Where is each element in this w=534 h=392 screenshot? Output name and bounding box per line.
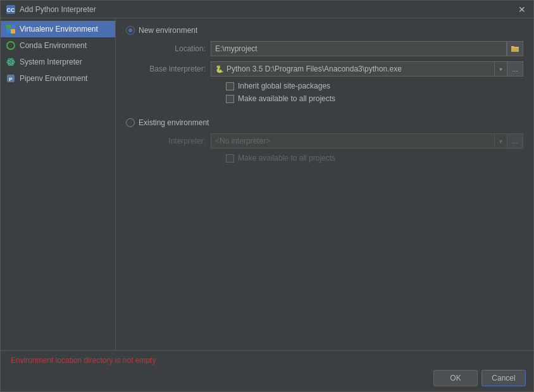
interpreter-dropdown[interactable]: <No interpreter> [211, 133, 494, 149]
new-environment-section: New environment Location: [126, 26, 523, 108]
interpreter-row: Interpreter: <No interpreter> ▾ ... [141, 133, 523, 149]
base-interpreter-wrap: 🐍 Python 3.5 D:\Program Files\Anaconda3\… [211, 61, 523, 77]
sidebar-item-conda[interactable]: Conda Environment [1, 37, 115, 54]
sidebar-item-system[interactable]: System Interpreter [1, 54, 115, 70]
footer-buttons: OK Cancel [8, 370, 526, 386]
interpreter-label: Interpreter: [141, 137, 211, 145]
svg-rect-4 [11, 29, 15, 34]
base-interpreter-row: Base interpreter: 🐍 Python 3.5 D:\Progra… [141, 61, 523, 77]
sidebar-item-pipenv[interactable]: P Pipenv Environment [1, 70, 115, 87]
new-env-form: Location: B [126, 41, 523, 103]
svg-rect-11 [511, 47, 519, 52]
conda-icon [6, 40, 16, 51]
base-interpreter-dropdown[interactable]: 🐍 Python 3.5 D:\Program Files\Anaconda3\… [211, 61, 494, 77]
inherit-label[interactable]: Inherit global site-packages [238, 82, 330, 90]
folder-icon [511, 45, 519, 52]
existing-environment-section: Existing environment Interpreter: <No in… [126, 118, 523, 168]
virtualenv-icon [6, 24, 16, 34]
svg-text:CC: CC [7, 7, 15, 13]
svg-point-8 [10, 61, 12, 63]
make-available-new-row: Make available to all projects [211, 94, 523, 103]
base-interpreter-arrow[interactable]: ▾ [494, 61, 507, 77]
svg-rect-3 [6, 25, 11, 29]
main-content: New environment Location: [116, 18, 533, 350]
new-environment-radio-row: New environment [126, 26, 523, 35]
dialog-body: Virtualenv Environment Conda Environment [1, 18, 533, 350]
interpreter-wrap: <No interpreter> ▾ ... [211, 133, 523, 149]
sidebar-label-virtualenv: Virtualenv Environment [20, 25, 98, 34]
interpreter-browse-button[interactable]: ... [507, 133, 523, 149]
base-interpreter-label: Base interpreter: [141, 64, 211, 73]
app-icon: CC [6, 4, 16, 15]
base-interpreter-value: Python 3.5 D:\Program Files\Anaconda3\py… [227, 64, 490, 73]
ok-button[interactable]: OK [433, 370, 478, 386]
sidebar-label-conda: Conda Environment [20, 41, 87, 50]
close-button[interactable]: ✕ [516, 3, 528, 16]
interpreter-arrow[interactable]: ▾ [494, 133, 507, 149]
title-bar: CC Add Python Interpreter ✕ [1, 1, 533, 18]
new-environment-label[interactable]: New environment [139, 26, 197, 35]
location-input[interactable] [211, 41, 507, 56]
dialog: CC Add Python Interpreter ✕ Virtualenv E… [0, 0, 534, 392]
python-emoji: 🐍 [215, 65, 224, 73]
existing-env-form: Interpreter: <No interpreter> ▾ ... Make [126, 133, 523, 162]
error-message: Environment location directory is not em… [8, 356, 526, 365]
title-bar-text: Add Python Interpreter [20, 5, 516, 14]
base-interpreter-browse-button[interactable]: ... [507, 61, 523, 77]
interpreter-value: <No interpreter> [215, 137, 490, 145]
make-available-new-checkbox[interactable] [226, 95, 234, 103]
inherit-checkbox[interactable] [226, 82, 234, 90]
make-available-existing-checkbox[interactable] [226, 154, 234, 162]
dialog-footer: Environment location directory is not em… [1, 350, 533, 391]
existing-environment-radio[interactable] [126, 118, 135, 127]
svg-text:P: P [9, 77, 13, 82]
location-row: Location: [141, 41, 523, 56]
location-browse-button[interactable] [507, 41, 523, 56]
make-available-existing-label: Make available to all projects [238, 154, 335, 162]
location-input-wrap [211, 41, 523, 56]
sidebar: Virtualenv Environment Conda Environment [1, 18, 116, 350]
new-environment-radio[interactable] [126, 26, 135, 35]
system-icon [6, 57, 16, 67]
cancel-button[interactable]: Cancel [481, 370, 526, 386]
existing-environment-radio-row: Existing environment [126, 118, 523, 127]
sidebar-label-pipenv: Pipenv Environment [20, 74, 87, 83]
pipenv-icon: P [6, 73, 16, 83]
location-label: Location: [141, 44, 211, 53]
make-available-new-label[interactable]: Make available to all projects [238, 94, 335, 103]
sidebar-label-system: System Interpreter [20, 58, 82, 66]
inherit-checkbox-row: Inherit global site-packages [211, 82, 523, 90]
sidebar-item-virtualenv[interactable]: Virtualenv Environment [1, 21, 115, 37]
existing-environment-label[interactable]: Existing environment [139, 118, 209, 127]
make-available-existing-row: Make available to all projects [211, 154, 523, 162]
